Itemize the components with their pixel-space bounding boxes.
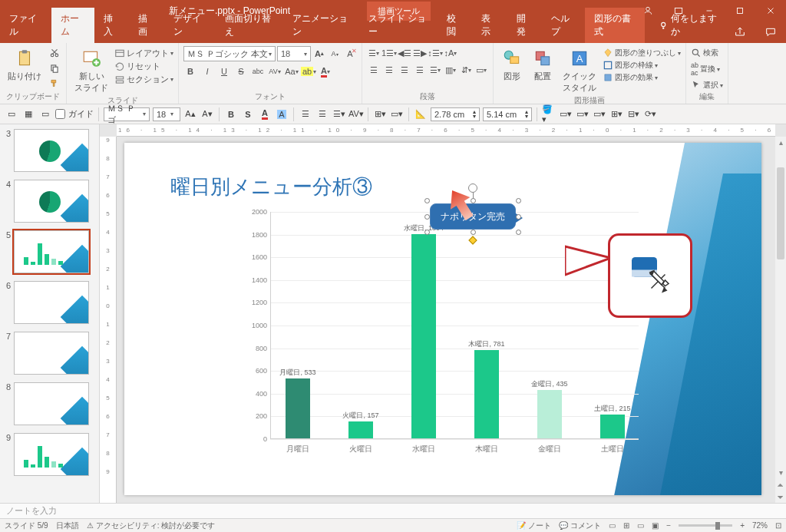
line-spacing-button[interactable]: ↕☰▾ (428, 46, 442, 60)
rotate-handle[interactable] (468, 183, 477, 193)
font-size-select[interactable]: 18▾ (277, 46, 311, 61)
arrange-button[interactable]: 配置 (529, 46, 556, 84)
resize-handle[interactable] (471, 230, 476, 235)
slide-thumbnail-7[interactable]: 7 (3, 332, 96, 375)
quick-bold[interactable]: B (224, 107, 238, 121)
quick-fill[interactable]: 🪣▾ (542, 107, 556, 121)
tab-animations[interactable]: アニメーション (283, 8, 359, 43)
quick-bring-front[interactable]: ▭▾ (576, 107, 590, 121)
sorter-view-button[interactable]: ⊞ (623, 521, 629, 530)
notes-toggle[interactable]: 📝ノート (517, 520, 551, 531)
character-spacing-button[interactable]: AV▾ (268, 64, 282, 78)
tab-shape-format[interactable]: 図形の書式 (585, 8, 645, 43)
quick-highlight[interactable]: A (275, 107, 289, 121)
next-slide-icon[interactable]: ⏷ (775, 493, 786, 501)
notes-pane[interactable]: ノートを入力 (0, 503, 786, 518)
layout-button[interactable]: レイアウト▾ (114, 48, 173, 59)
shapes-button[interactable]: 図形 (498, 46, 526, 84)
align-text-button[interactable]: ⇵▾ (459, 63, 473, 77)
tab-review[interactable]: 校閲 (438, 8, 472, 43)
reading-view-button[interactable]: ▭ (637, 521, 644, 530)
slide-thumbnail-5[interactable]: 5 (3, 230, 96, 273)
zoom-level[interactable]: 72% (752, 521, 768, 530)
quick-order[interactable]: ▭▾ (390, 107, 404, 121)
increase-indent-button[interactable]: ☰▶ (413, 46, 427, 60)
bullets-button[interactable]: ☰▾ (367, 46, 381, 60)
quick-bullets[interactable]: ☰▾ (332, 107, 346, 121)
smartart-button[interactable]: ▭▾ (474, 63, 488, 77)
slide-thumbnail-3[interactable]: 3 (3, 129, 96, 172)
paste-button[interactable]: 貼り付け (5, 46, 45, 84)
quick-font-select[interactable]: ＭＳ Ｐゴ▾ (104, 107, 150, 121)
text-shadow-button[interactable]: abc (251, 64, 265, 78)
close-button[interactable] (755, 0, 786, 21)
quick-styles-button[interactable]: Aクイック スタイル (560, 46, 599, 95)
font-name-select[interactable]: ＭＳ Ｐゴシック 本文▾ (183, 46, 276, 61)
quick-send-back[interactable]: ▭▾ (593, 107, 606, 121)
align-center-button[interactable]: ☰ (382, 63, 396, 77)
zoom-in-button[interactable]: + (740, 521, 745, 530)
quick-align-center[interactable]: ☰ (315, 107, 329, 121)
quick-align-left[interactable]: ☰ (299, 107, 312, 121)
quick-rotate[interactable]: ⟳▾ (643, 107, 657, 121)
section-button[interactable]: セクション▾ (114, 74, 173, 85)
slide[interactable]: 曜日別メニュー分析③ 02004006008001000120014001600… (124, 143, 761, 495)
distribute-button[interactable]: ☰▾ (428, 63, 442, 77)
tell-me-search[interactable]: 何をしますか (654, 8, 725, 43)
quick-shrink-font[interactable]: A▾ (200, 107, 214, 121)
slide-thumbnail-8[interactable]: 8 (3, 382, 96, 425)
scroll-down-icon[interactable]: ▾ (775, 468, 786, 477)
find-button[interactable]: 検索 (691, 48, 718, 58)
quick-click-button[interactable]: ▭ (38, 107, 52, 121)
tab-draw[interactable]: 描画 (129, 8, 163, 43)
zoom-out-button[interactable]: − (666, 521, 671, 530)
resize-handle[interactable] (516, 214, 521, 220)
select-button[interactable]: 選択▾ (691, 80, 723, 91)
quick-grid-button[interactable]: ▦ (21, 107, 35, 121)
shape-effects-button[interactable]: 図形の効果▾ (603, 72, 681, 83)
accessibility-indicator[interactable]: ⚠アクセシビリティ: 検討が必要です (87, 520, 216, 531)
tab-file[interactable]: ファイル (0, 8, 51, 43)
quick-font-color[interactable]: A (258, 107, 272, 121)
quick-align[interactable]: ⊞▾ (373, 107, 387, 121)
resize-handle[interactable] (516, 198, 521, 203)
shape-outline-button[interactable]: 図形の枠線▾ (603, 60, 681, 71)
quick-show-hide-button[interactable]: ▭ (5, 107, 18, 121)
highlight-button[interactable]: ab▾ (302, 64, 315, 78)
columns-button[interactable]: ▥▾ (444, 63, 457, 77)
shape-fill-button[interactable]: 図形の塗りつぶし▾ (603, 48, 681, 58)
slide-thumbnail-4[interactable]: 4 (3, 180, 96, 223)
quick-outline[interactable]: ▭▾ (559, 107, 573, 121)
align-right-button[interactable]: ☰ (398, 63, 411, 77)
resize-handle[interactable] (424, 198, 430, 203)
share-button[interactable] (725, 21, 755, 43)
language-indicator[interactable]: 日本語 (56, 520, 79, 531)
decrease-font-button[interactable]: A▾ (328, 47, 342, 61)
slide-thumbnails-pane[interactable]: 3456789 (0, 124, 100, 503)
scroll-thumb[interactable] (777, 167, 784, 259)
tab-home[interactable]: ホーム (51, 8, 94, 43)
resize-handle[interactable] (516, 230, 521, 235)
change-case-button[interactable]: Aa▾ (285, 64, 299, 78)
scroll-up-icon[interactable]: ▴ (775, 138, 786, 147)
prev-slide-icon[interactable]: ⏶ (775, 481, 786, 489)
maximize-button[interactable] (725, 0, 755, 21)
shape-width-input[interactable]: 5.14 cm▴▾ (483, 107, 532, 121)
quick-ruler-icon[interactable]: 📐 (414, 107, 428, 121)
replace-button[interactable]: abac置換▾ (691, 61, 720, 77)
tab-insert[interactable]: 挿入 (94, 8, 129, 43)
text-direction-button[interactable]: ↕A▾ (444, 46, 457, 60)
cut-button[interactable] (48, 46, 61, 60)
clear-formatting-button[interactable]: A✕ (343, 47, 357, 61)
quick-strike[interactable]: S (241, 107, 255, 121)
bold-button[interactable]: B (183, 64, 197, 78)
tab-slideshow[interactable]: スライド ショー (359, 8, 438, 43)
comments-button[interactable] (755, 21, 786, 43)
slide-indicator[interactable]: スライド 5/9 (5, 520, 48, 531)
underline-button[interactable]: U (217, 64, 231, 78)
normal-view-button[interactable]: ▭ (609, 521, 616, 530)
resize-handle[interactable] (471, 198, 476, 203)
format-painter-button[interactable] (48, 77, 61, 91)
slide-thumbnail-6[interactable]: 6 (3, 281, 96, 324)
reset-button[interactable]: リセット (114, 61, 173, 72)
